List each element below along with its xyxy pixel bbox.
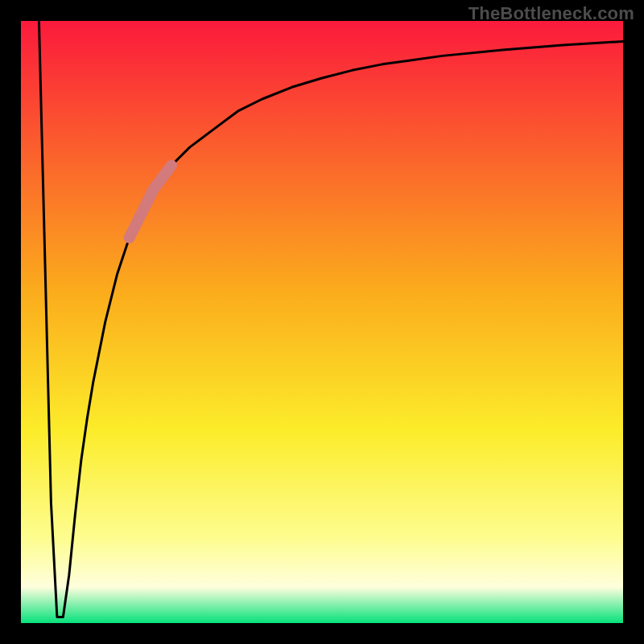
- plot-area: [21, 21, 623, 623]
- chart-frame: TheBottleneck.com: [0, 0, 644, 644]
- bottleneck-chart: [21, 21, 623, 623]
- gradient-background: [21, 21, 623, 623]
- watermark-text: TheBottleneck.com: [469, 3, 634, 24]
